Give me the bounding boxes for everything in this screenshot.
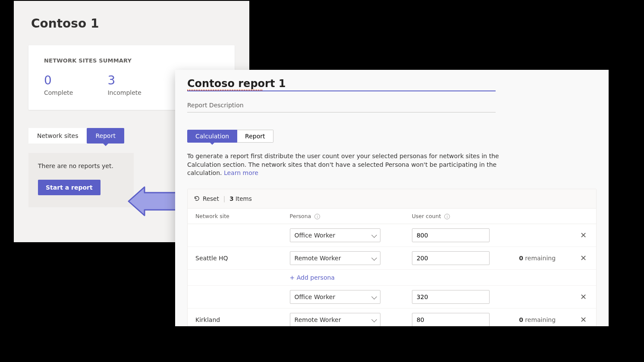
user-count-input[interactable] xyxy=(412,313,490,326)
calculation-help-text: To generate a report first distribute th… xyxy=(187,152,511,178)
delete-row-button[interactable]: ✕ xyxy=(580,231,587,240)
metric-incomplete: 3 Incomplete xyxy=(107,73,141,96)
reports-empty-panel: There are no reports yet. Start a report xyxy=(28,153,134,207)
spellcheck-underline xyxy=(187,90,263,90)
persona-select[interactable]: Office WorkerRemote Worker xyxy=(290,251,380,265)
subtab-calculation[interactable]: Calculation xyxy=(187,130,237,143)
reset-button[interactable]: Reset xyxy=(194,195,219,202)
remaining-cell xyxy=(511,286,571,309)
col-persona: Persona i xyxy=(282,209,404,224)
remaining-cell xyxy=(511,224,571,247)
no-reports-message: There are no reports yet. xyxy=(38,162,124,169)
calculation-table-container: Reset | 3 Items Network site Persona i xyxy=(187,189,597,326)
reset-label: Reset xyxy=(203,195,219,202)
remaining-cell: 0 remaining xyxy=(511,247,571,270)
items-count: 3 Items xyxy=(229,195,251,202)
table-row: Seattle HQOffice WorkerRemote Worker0 re… xyxy=(188,247,596,270)
calc-toolbar: Reset | 3 Items xyxy=(188,189,596,209)
user-count-input[interactable] xyxy=(412,228,490,242)
user-count-input[interactable] xyxy=(412,290,490,304)
delete-row-button[interactable]: ✕ xyxy=(580,253,587,262)
learn-more-link[interactable]: Learn more xyxy=(224,169,258,176)
annotation-arrow-icon xyxy=(125,186,177,216)
report-description-input[interactable] xyxy=(187,93,496,112)
persona-select[interactable]: Office WorkerRemote Worker xyxy=(290,228,380,242)
metric-incomplete-value: 3 xyxy=(107,73,141,87)
remaining-cell: 0 remaining xyxy=(511,309,571,326)
calculation-table: Network site Persona i User count i Offi… xyxy=(188,209,596,326)
info-icon[interactable]: i xyxy=(314,214,320,219)
table-row: Office WorkerRemote Worker✕ xyxy=(188,224,596,247)
site-name-cell: Seattle HQ xyxy=(188,247,282,270)
reset-icon xyxy=(194,195,200,202)
site-name-cell xyxy=(188,224,282,247)
add-persona-link[interactable]: + Add persona xyxy=(290,274,335,281)
site-name-cell: Kirkland xyxy=(188,309,282,326)
items-count-label: Items xyxy=(236,195,252,202)
tab-report[interactable]: Report xyxy=(87,128,124,144)
metric-complete: 0 Complete xyxy=(44,73,73,96)
site-name-cell xyxy=(188,286,282,309)
sites-summary-heading: NETWORK SITES SUMMARY xyxy=(44,57,219,64)
persona-select[interactable]: Office WorkerRemote Worker xyxy=(290,313,380,326)
table-row: Office WorkerRemote Worker✕ xyxy=(188,286,596,309)
report-name-field xyxy=(187,78,496,93)
start-report-button[interactable]: Start a report xyxy=(38,180,101,195)
col-user-count: User count i xyxy=(404,209,512,224)
persona-select[interactable]: Office WorkerRemote Worker xyxy=(290,290,380,304)
info-icon[interactable]: i xyxy=(444,214,450,219)
tab-network-sites[interactable]: Network sites xyxy=(28,128,87,144)
table-row: + Add persona xyxy=(188,270,596,286)
metric-incomplete-label: Incomplete xyxy=(107,89,141,96)
col-network-site: Network site xyxy=(188,209,282,224)
delete-row-button[interactable]: ✕ xyxy=(580,315,587,324)
user-count-input[interactable] xyxy=(412,251,490,265)
delete-row-button[interactable]: ✕ xyxy=(580,292,587,301)
subtab-report[interactable]: Report xyxy=(237,130,273,143)
metric-complete-label: Complete xyxy=(44,89,73,96)
report-sub-tabs: Calculation Report xyxy=(187,130,597,143)
metric-complete-value: 0 xyxy=(44,73,73,87)
report-editor-panel: Calculation Report To generate a report … xyxy=(175,70,609,326)
planner-title: Contoso 1 xyxy=(31,16,249,31)
items-count-number: 3 xyxy=(229,195,233,202)
table-row: KirklandOffice WorkerRemote Worker0 rema… xyxy=(188,309,596,326)
toolbar-separator: | xyxy=(223,195,226,202)
